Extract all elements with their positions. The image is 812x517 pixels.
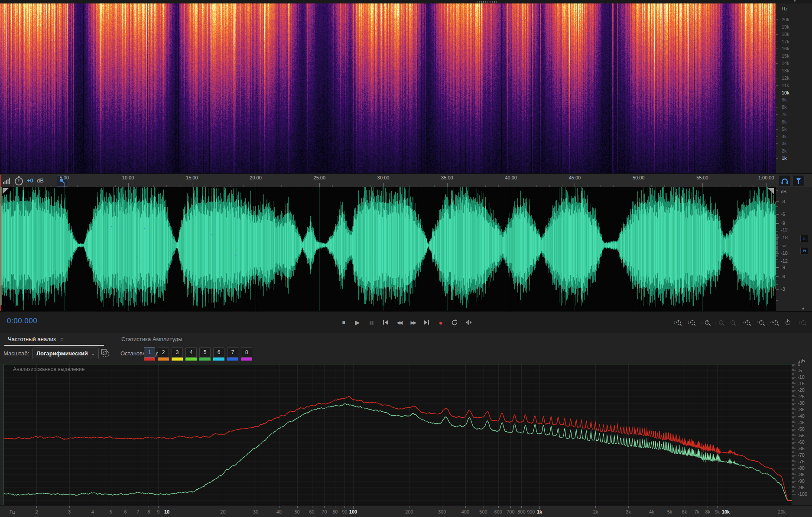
db-axis-minor-tick: [792, 387, 794, 388]
db-axis-minor-tick: [792, 424, 794, 424]
frequency-tick-label: 4k: [782, 134, 787, 139]
scale-scroll-arrow[interactable]: ▲: [801, 306, 805, 310]
channel-badge-r[interactable]: R: [800, 247, 809, 254]
frequency-tick-label: 13k: [782, 68, 789, 73]
db-axis-minor-tick: [792, 381, 794, 381]
play-button[interactable]: ▶: [352, 317, 363, 328]
db-axis-minor-tick: [792, 411, 794, 411]
db-axis-minor-tick: [792, 477, 794, 478]
zoom-to-selection-button[interactable]: ‹›+: [768, 317, 780, 328]
loop-playback-button[interactable]: [449, 317, 460, 328]
hz-axis-label: 5k: [667, 509, 672, 514]
spectrogram-display[interactable]: [0, 3, 776, 173]
db-axis-major-tick: [792, 429, 796, 429]
db-axis-major-tick: [792, 442, 796, 442]
tab-frequency-analysis[interactable]: Частотный анализ ≡: [8, 336, 64, 342]
playhead[interactable]: [0, 175, 1, 311]
hold-button-7[interactable]: 7: [227, 347, 238, 358]
scale-dropdown[interactable]: Логарифмический ⌄: [32, 348, 99, 359]
skip-selection-button[interactable]: [463, 317, 474, 328]
scale-collapse-caret[interactable]: ▾: [794, 0, 796, 3]
zoom-out-amplitude-button[interactable]: ↕−: [685, 317, 697, 328]
frequency-tick: [776, 49, 778, 49]
db-axis-major-tick: [792, 468, 796, 468]
frequency-plot-canvas[interactable]: [3, 364, 792, 505]
channel-badge-l[interactable]: L: [800, 235, 809, 242]
hz-axis-label: 60: [309, 509, 314, 514]
db-axis-major-tick: [792, 364, 796, 364]
hold-button-8[interactable]: 8: [241, 347, 252, 358]
db-axis-label: -65: [798, 446, 805, 451]
db-minor-tick: [776, 235, 778, 236]
stop-button[interactable]: ■: [338, 317, 349, 328]
frequency-tick: [776, 143, 778, 144]
zoom-full-button[interactable]: ↕+: [796, 317, 808, 328]
waveform-canvas[interactable]: [0, 187, 776, 311]
hold-button-5[interactable]: 5: [199, 347, 211, 358]
copy-data-button[interactable]: [101, 348, 109, 357]
frequency-scale[interactable]: Hz 20k19k18k17k16k15k14k13k12k11k10k9k8k…: [776, 3, 812, 173]
tab-amplitude-statistics[interactable]: Статистика Амплитуды: [121, 336, 182, 342]
frequency-tick-label: 2k: [782, 148, 787, 153]
db-minor-tick: [776, 295, 778, 295]
zoom-in-amplitude-button[interactable]: ↕+: [671, 317, 683, 328]
zoom-reset-button[interactable]: −: [727, 317, 738, 328]
db-axis-minor-tick: [792, 438, 794, 439]
frequency-plot[interactable]: Анализированное выделение: [3, 364, 792, 505]
monitor-headphones-button[interactable]: [779, 175, 791, 187]
panel-menu-icon[interactable]: ≡: [60, 336, 64, 342]
zoom-out-time-button[interactable]: ↔−: [713, 317, 724, 328]
hz-axis-label: 20k: [778, 509, 786, 514]
hz-axis-label: 400: [461, 509, 469, 514]
current-time-display[interactable]: 0:00.000: [7, 317, 37, 325]
db-major-tick: [776, 223, 779, 224]
record-button[interactable]: ●: [435, 317, 446, 328]
timeline-major-tick: [192, 183, 192, 187]
zoom-in-time-button[interactable]: ↔+: [699, 317, 711, 328]
frequency-tick-label: 18k: [782, 32, 789, 37]
fast-forward-button[interactable]: ▶▶: [408, 317, 418, 328]
hold-button-6[interactable]: 6: [213, 347, 224, 358]
db-axis-minor-tick: [792, 425, 794, 426]
hold-button-3[interactable]: 3: [172, 347, 183, 358]
zoom-in-at-out-point-button[interactable]: ›+: [754, 317, 766, 328]
hz-axis-tick: [312, 506, 312, 508]
pause-button[interactable]: ▮▮: [366, 317, 377, 328]
skip-to-end-button[interactable]: [422, 317, 432, 328]
marker-pin-button[interactable]: [793, 175, 805, 187]
timeline-ruler[interactable]: +0 dB 5:0010:0015:0020:0025:0030:0035:00…: [0, 173, 812, 188]
db-axis-label: -15: [798, 381, 805, 386]
corner-handle-left-icon[interactable]: [3, 188, 9, 194]
waveform-display[interactable]: [0, 187, 776, 311]
amplitude-scale[interactable]: dB ▲ -3-3-6-6-9-9-12-12-18-18-∞LR: [776, 187, 812, 311]
hz-axis-tick: [256, 506, 256, 508]
hz-axis-label: 700: [507, 509, 514, 514]
db-axis-minor-tick: [792, 454, 794, 454]
db-axis-minor-tick: [792, 443, 794, 444]
skip-to-start-button[interactable]: [380, 317, 390, 328]
frequency-tick: [776, 100, 778, 100]
db-axis-minor-tick: [792, 476, 794, 476]
chevron-down-icon: ⌄: [91, 351, 95, 356]
zoom-in-at-in-point-button[interactable]: ‹+: [741, 317, 752, 328]
hold-button-2[interactable]: 2: [158, 347, 169, 358]
hold-button-4[interactable]: 4: [185, 347, 197, 358]
corner-handle-right-icon[interactable]: [768, 188, 774, 194]
db-minor-tick: [776, 249, 778, 250]
rewind-button[interactable]: ◀◀: [394, 317, 404, 328]
hz-axis-tick: [498, 506, 499, 508]
db-axis-minor-tick: [792, 408, 794, 409]
restore-default-zoom-button[interactable]: [782, 317, 794, 328]
transport-bar: 0:00.000 ■ ▶ ▮▮ ◀◀ ▶▶ ● ↕+ ↕− ↔+: [0, 311, 812, 334]
timeline-time-label: 20:00: [250, 175, 262, 180]
frequency-tick-label: 17k: [782, 39, 789, 44]
hold-button-1[interactable]: 1: [144, 347, 155, 358]
db-axis-minor-tick: [792, 439, 794, 440]
frequency-tick-label: 12k: [782, 75, 789, 81]
panel-grip-handle[interactable]: [477, 1, 497, 3]
db-axis-label: -75: [798, 459, 805, 464]
timeline-major-tick: [128, 183, 129, 187]
db-axis-label: -55: [798, 433, 805, 438]
db-axis-label: -20: [798, 387, 805, 393]
timeline-time-label: 35:00: [441, 175, 453, 180]
